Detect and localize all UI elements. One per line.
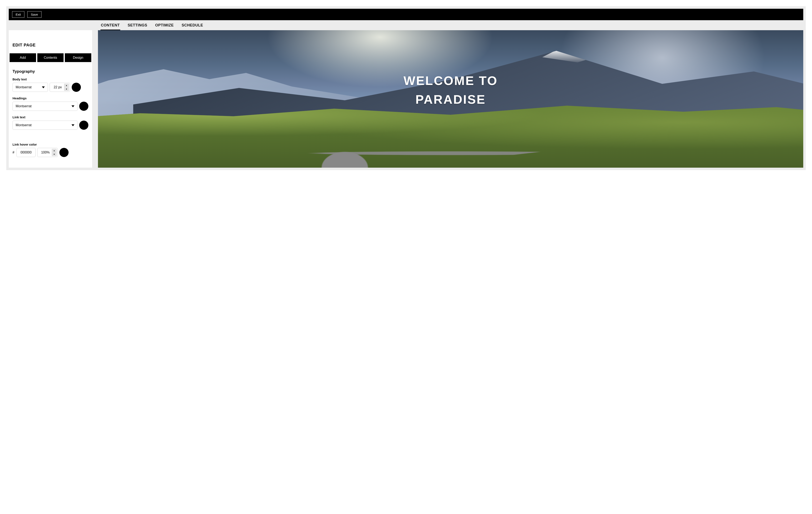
body-font-value: Montserrat — [16, 85, 31, 89]
sidebar-tab-contents[interactable]: Contents — [37, 53, 64, 62]
body-text-row: Montserrat 22 px ▲ ▼ — [12, 83, 88, 92]
top-toolbar: Exit Save — [9, 9, 803, 20]
spinner-down-icon[interactable]: ▼ — [64, 87, 69, 91]
headings-font-value: Montserrat — [16, 104, 31, 108]
opacity-value: 100% — [40, 151, 51, 154]
tab-schedule[interactable]: SCHEDULE — [181, 23, 204, 30]
tab-content[interactable]: CONTENT — [100, 23, 120, 30]
chevron-down-icon — [71, 124, 75, 126]
typography-panel: Typography Body text Montserrat 22 px ▲ … — [9, 62, 92, 157]
spinner-up-icon[interactable]: ▲ — [52, 149, 57, 152]
link-font-select[interactable]: Montserrat — [12, 121, 78, 130]
sidebar-tab-add[interactable]: Add — [9, 53, 36, 62]
sidebar-title: EDIT PAGE — [9, 30, 92, 53]
headings-color-swatch[interactable] — [79, 102, 88, 111]
link-font-value: Montserrat — [16, 123, 31, 127]
typography-heading: Typography — [12, 69, 88, 74]
opacity-spinner: ▲ ▼ — [52, 149, 57, 156]
spinner-down-icon[interactable]: ▼ — [52, 152, 57, 156]
link-color-swatch[interactable] — [79, 121, 88, 130]
sidebar-tab-design[interactable]: Design — [65, 53, 91, 62]
link-hover-swatch[interactable] — [59, 148, 68, 157]
exit-button[interactable]: Exit — [12, 11, 24, 18]
tab-settings[interactable]: SETTINGS — [127, 23, 148, 30]
preview-road — [98, 120, 803, 168]
spinner-up-icon[interactable]: ▲ — [64, 84, 69, 87]
hero-text[interactable]: WELCOME TO PARADISE — [404, 71, 498, 109]
link-text-row: Montserrat — [12, 121, 88, 130]
body-size-value: 22 px — [53, 85, 63, 89]
main-tabs: CONTENT SETTINGS OPTIMIZE SCHEDULE — [100, 20, 803, 30]
body-color-swatch[interactable] — [72, 83, 81, 92]
hex-input[interactable] — [17, 148, 36, 157]
headings-font-select[interactable]: Montserrat — [12, 102, 78, 111]
body-font-select[interactable]: Montserrat — [12, 83, 48, 92]
opacity-input[interactable]: 100% ▲ ▼ — [37, 148, 58, 157]
sidebar-panel: EDIT PAGE Add Contents Design Typography… — [9, 30, 92, 168]
hash-symbol: # — [12, 151, 15, 154]
headings-label: Headings — [12, 96, 88, 100]
tab-optimize[interactable]: OPTIMIZE — [155, 23, 174, 30]
workspace: EDIT PAGE Add Contents Design Typography… — [9, 30, 803, 168]
link-text-label: Link text — [12, 115, 88, 119]
chevron-down-icon — [42, 86, 45, 88]
app-frame: Exit Save CONTENT SETTINGS OPTIMIZE SCHE… — [6, 6, 806, 170]
headings-row: Montserrat — [12, 102, 88, 111]
link-hover-label: Link hover color — [12, 143, 88, 146]
preview-canvas[interactable]: WELCOME TO PARADISE — [98, 30, 803, 168]
chevron-down-icon — [71, 105, 75, 107]
save-button[interactable]: Save — [27, 11, 41, 18]
body-size-input[interactable]: 22 px ▲ ▼ — [50, 83, 70, 92]
sidebar-tabs: Add Contents Design — [9, 53, 92, 62]
body-text-label: Body text — [12, 78, 88, 81]
body-size-spinner: ▲ ▼ — [64, 84, 69, 91]
link-hover-row: # 100% ▲ ▼ — [12, 148, 88, 157]
